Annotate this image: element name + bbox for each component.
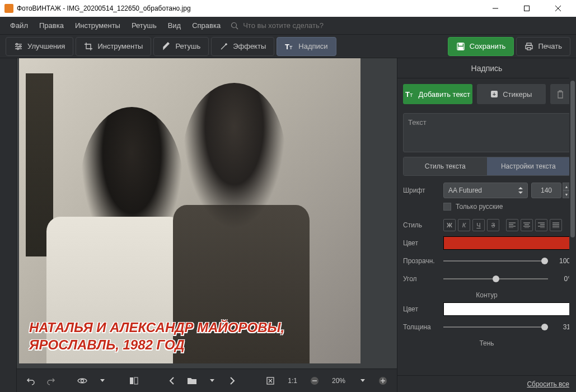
zoom-out-button[interactable]	[306, 372, 323, 389]
thickness-label: Толщина	[403, 323, 443, 331]
svg-point-21	[81, 379, 84, 382]
tab-label: Надписи	[298, 42, 327, 50]
svg-line-12	[221, 44, 226, 49]
next-button[interactable]	[224, 372, 241, 389]
tab-tools[interactable]: Инструменты	[76, 37, 151, 56]
svg-rect-20	[527, 48, 531, 50]
menu-view[interactable]: Вид	[162, 19, 187, 32]
app-name: ФотоВИНТАЖ	[17, 4, 61, 12]
stickers-button[interactable]: + Стикеры	[477, 84, 546, 104]
font-select[interactable]: AA Futured	[443, 183, 528, 198]
thickness-value: 31	[548, 323, 570, 331]
opacity-slider[interactable]	[443, 256, 548, 266]
eye-button[interactable]	[74, 372, 91, 389]
svg-rect-16	[459, 43, 462, 45]
russian-only-checkbox[interactable]	[443, 203, 451, 211]
wand-icon	[219, 42, 228, 51]
stickers-label: Стикеры	[503, 90, 532, 99]
text-icon: TT	[405, 90, 414, 99]
svg-rect-17	[458, 47, 463, 50]
italic-button[interactable]: К	[458, 219, 470, 231]
undo-button[interactable]	[22, 372, 39, 389]
text-input[interactable]: Текст	[403, 113, 570, 152]
thickness-slider[interactable]	[443, 322, 548, 332]
tab-label: Улучшения	[27, 42, 65, 50]
outline-section-title: Контур	[397, 288, 576, 300]
chevron-updown-icon	[518, 187, 523, 194]
print-button[interactable]: Печать	[516, 37, 570, 56]
angle-value: 0°	[548, 275, 570, 283]
svg-line-5	[236, 27, 238, 29]
search-input[interactable]	[243, 21, 355, 30]
align-justify-button[interactable]	[550, 219, 562, 231]
compare-button[interactable]	[125, 372, 142, 389]
align-right-button[interactable]	[535, 219, 547, 231]
add-text-label: Добавить текст	[419, 90, 470, 99]
svg-text:T: T	[405, 90, 410, 99]
align-left-button[interactable]	[506, 219, 518, 231]
opacity-value: 100	[548, 257, 570, 265]
sliders-icon	[14, 42, 23, 51]
canvas[interactable]: НАТАЛЬЯ И АЛЕКСАНДР МАЙОРОВЫ, Ярославль,…	[17, 58, 397, 368]
prev-button[interactable]	[163, 372, 180, 389]
zoom-label[interactable]: 20%	[326, 377, 351, 385]
reset-all-link[interactable]: Сбросить все	[527, 380, 569, 388]
eye-dropdown[interactable]	[94, 372, 111, 389]
tab-text-settings[interactable]: Настройки текста	[487, 157, 570, 175]
menu-tools[interactable]: Инструменты	[69, 19, 126, 32]
caption-line-2: Ярославль, 1982 год	[29, 336, 350, 353]
svg-point-10	[20, 45, 21, 47]
maximize-button[interactable]	[516, 1, 538, 16]
delete-button[interactable]	[550, 84, 570, 104]
svg-rect-23	[134, 377, 138, 384]
tab-label: Инструменты	[97, 42, 143, 50]
scrollbar-thumb[interactable]	[570, 81, 575, 237]
ratio-label[interactable]: 1:1	[282, 377, 303, 385]
tab-captions[interactable]: TT Надписи	[277, 37, 336, 56]
minimize-button[interactable]	[484, 1, 507, 16]
folder-dropdown[interactable]	[204, 372, 221, 389]
menu-file[interactable]: Файл	[4, 19, 34, 32]
print-label: Печать	[538, 42, 562, 50]
font-size-input[interactable]: 140	[531, 183, 561, 198]
text-color-swatch[interactable]	[443, 236, 570, 250]
fit-screen-button[interactable]	[262, 372, 279, 389]
tab-effects[interactable]: Эффекты	[211, 37, 274, 56]
folder-button[interactable]	[184, 372, 200, 389]
font-label: Шрифт	[403, 186, 443, 194]
save-button[interactable]: Сохранить	[448, 37, 514, 56]
menu-help[interactable]: Справка	[186, 19, 226, 32]
add-text-button[interactable]: TT Добавить текст	[403, 84, 472, 104]
panel-scrollbar[interactable]	[569, 58, 576, 375]
tab-enhance[interactable]: Улучшения	[6, 37, 73, 56]
underline-button[interactable]: Ч	[472, 219, 485, 231]
font-value: AA Futured	[448, 186, 482, 194]
style-label: Стиль	[403, 221, 443, 229]
close-button[interactable]	[547, 1, 569, 16]
strike-button[interactable]: З	[487, 219, 499, 231]
color-label: Цвет	[403, 239, 443, 247]
sticker-icon: +	[490, 90, 498, 98]
svg-text:T: T	[285, 43, 289, 51]
svg-text:T: T	[289, 45, 293, 50]
tab-label: Ретушь	[175, 42, 200, 50]
brush-icon	[162, 42, 171, 51]
window-title: ФотоВИНТАЖ - IMG_20200514_122650_обработ…	[17, 4, 484, 12]
svg-point-11	[17, 48, 19, 49]
photo-caption[interactable]: НАТАЛЬЯ И АЛЕКСАНДР МАЙОРОВЫ, Ярославль,…	[29, 319, 350, 353]
angle-slider[interactable]	[443, 274, 548, 284]
bold-button[interactable]: Ж	[443, 219, 456, 231]
tab-retouch[interactable]: Ретушь	[153, 37, 209, 56]
svg-point-4	[232, 22, 237, 27]
file-name: IMG_20200514_122650_обработано.jpg	[67, 4, 191, 12]
tab-text-style[interactable]: Стиль текста	[404, 157, 487, 175]
left-toolbar	[0, 58, 17, 392]
menu-retouch[interactable]: Ретушь	[126, 19, 162, 32]
zoom-dropdown[interactable]	[354, 372, 371, 389]
align-center-button[interactable]	[521, 219, 533, 231]
zoom-in-button[interactable]	[374, 372, 391, 389]
outline-color-swatch[interactable]	[443, 302, 570, 316]
menu-edit[interactable]: Правка	[34, 19, 69, 32]
redo-button[interactable]	[43, 372, 59, 389]
outline-color-label: Цвет	[403, 305, 443, 313]
